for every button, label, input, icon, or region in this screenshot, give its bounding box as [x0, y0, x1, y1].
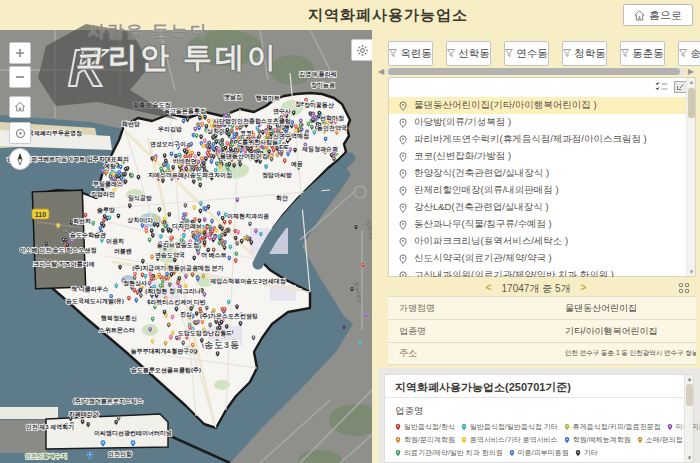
page-title: 지역화폐사용가능업소 [38, 0, 700, 30]
list-item[interactable]: 코코(신변잡화/가방점 ) [389, 148, 688, 165]
location-button[interactable] [9, 122, 31, 144]
svg-text:상차이: 상차이 [206, 128, 225, 135]
list-item[interactable]: 고신내과의원(의료기관/제약/일반 치과 한의원 ) [389, 267, 688, 277]
district-tab-6[interactable]: 송도동 [678, 41, 700, 66]
list-item[interactable]: 동산과나무(직물/침구류/수예점 ) [389, 216, 688, 233]
svg-text:장미꽃동산: 장미꽃동산 [304, 102, 334, 109]
tabs-scrollbar[interactable]: ◀ ▶ [378, 67, 694, 76]
svg-text:화안: 화안 [276, 195, 288, 202]
legend-item: 일반음식점/일반음식점 기타 [461, 422, 558, 432]
svg-text:올리브영송도점: 올리브영송도점 [157, 242, 199, 249]
list-toolbar [655, 81, 687, 93]
svg-text:연성오리구이: 연성오리구이 [150, 141, 186, 148]
svg-text:정담아씨방: 정담아씨방 [262, 172, 292, 179]
district-tab-3[interactable]: 연수동 [504, 41, 549, 66]
svg-text:코코: 코코 [240, 130, 252, 136]
legend-item: 미용/피부미용원 [509, 448, 569, 458]
district-tab-1[interactable]: 옥련동 [388, 41, 433, 66]
list-item[interactable]: 물댄동산어린이집(기타/아이행복어린이집 ) [389, 97, 688, 114]
map[interactable]: 비류대로청능대로110옛날집행복마트함흥관 송도점장터김영애 플라워장미농원장미… [0, 30, 372, 463]
legend-item: 학원/문리계학원 [395, 435, 455, 445]
zoom-in-button[interactable] [9, 42, 31, 64]
legend-item: 소매/편의점 [637, 435, 683, 445]
svg-text:(주)디엠더블유로지스틱스: (주)디엠더블유로지스틱스 [73, 398, 143, 405]
sort-list-icon[interactable] [655, 81, 668, 93]
svg-text:인천 제3 제역화기: 인천 제3 제역화기 [26, 424, 75, 431]
svg-text:장미농원: 장미농원 [311, 82, 335, 89]
scroll-left-arrow[interactable]: ◀ [378, 67, 384, 76]
legend-subtitle: 업종명 [385, 398, 693, 422]
district-tab-2[interactable]: 선학동 [446, 41, 491, 66]
svg-text:110: 110 [35, 211, 46, 218]
map-canvas: 비류대로청능대로110옛날집행복마트함흥관 송도점장터김영애 플라워장미농원장미… [0, 30, 372, 463]
detail-table: 가맹점명물댄동산어린이집업종명기타/아이행복어린이집주소인천 연수구 동춘 1 … [388, 296, 696, 365]
svg-text:제일청과슈퍼: 제일청과슈퍼 [301, 146, 338, 153]
results-list: 물댄동산어린이집(기타/아이행복어린이집 )아당방(의류/기성복점 )파리바게뜨… [388, 77, 696, 277]
compass-button[interactable] [9, 148, 31, 170]
legend-item: 학원/예체능계학원 [564, 435, 631, 445]
map-settings-button[interactable] [351, 39, 372, 61]
svg-text:채선당: 채선당 [121, 121, 140, 128]
legend-title: 지역화폐사용가능업소(250701기준) [385, 375, 693, 398]
scroll-right-arrow[interactable]: ▶ [688, 67, 694, 76]
svg-text:동인천약국: 동인천약국 [317, 125, 347, 132]
svg-text:옛날집: 옛날집 [224, 94, 242, 101]
svg-text:(주)가온스포츠컨설팅: (주)가온스포츠컨설팅 [200, 313, 258, 320]
map-home-button[interactable] [9, 96, 31, 118]
list-item[interactable]: 한양장식(건축관련업/실내장식 ) [389, 165, 688, 182]
svg-text:더 베스트: 더 베스트 [201, 252, 227, 259]
list-item[interactable]: 강산L&D(건축관련업/실내장식 ) [389, 199, 688, 216]
svg-text:디자인레브: 디자인레브 [172, 223, 202, 230]
svg-text:솔루땅: 솔루땅 [97, 207, 115, 214]
app: 지역화폐사용가능업소 홈으로 비류대로청능대로110옛날집행복마트함흥관 송도점… [0, 0, 700, 463]
list-item[interactable]: 아이파크크리닝(용역서비스/세탁소 ) [389, 233, 688, 250]
svg-text:행복마트: 행복마트 [256, 95, 280, 102]
svg-text:우리김밥: 우리김밥 [158, 126, 182, 133]
svg-text:예랑: 예랑 [104, 163, 116, 170]
svg-text:이재현치과의원: 이재현치과의원 [227, 213, 269, 220]
svg-text:(최)정현 참 에그리나: (최)정현 참 에그리나 [145, 288, 200, 295]
list-scrollbar[interactable]: ▲ ▼ [686, 78, 695, 276]
legend-scrollbar[interactable]: ▲ ▼ [684, 375, 693, 462]
svg-text:직업라인: 직업라인 [91, 191, 115, 198]
svg-text:이씨엠디선광컨테이너터미널: 이씨엠디선광컨테이너터미널 [94, 430, 172, 437]
legend-item: 휴게음식점/커피/음료전문점 [564, 422, 661, 432]
list-item[interactable]: 란제리할인매장(의류/내의판매점 ) [389, 182, 688, 199]
grid-view-icon[interactable] [678, 282, 690, 294]
svg-text:송도3동: 송도3동 [204, 340, 240, 350]
next-page-button[interactable]: > [580, 282, 586, 296]
svg-text:전국제페리부두운영점: 전국제페리부두운영점 [22, 130, 82, 137]
svg-text:최선희: 최선희 [73, 218, 91, 225]
svg-text:러블랜: 러블랜 [114, 248, 132, 255]
legend-item: 용역서비스/기타 용역서비스 [461, 435, 558, 445]
svg-text:상차이(1): 상차이(1) [126, 217, 152, 224]
legend-item: 의료기관/제약/일반 치과 한의원 [395, 448, 503, 458]
home-button[interactable]: 홈으로 [623, 4, 693, 26]
district-tab-5[interactable]: 동춘동 [620, 41, 665, 66]
svg-text:카페테리아: 카페테리아 [69, 411, 99, 418]
svg-text:송도국제도시개발(유): 송도국제도시개발(유) [66, 298, 124, 305]
home-icon [634, 10, 645, 21]
legend-item: 일반음식점/한식 [395, 422, 455, 432]
district-tab-4[interactable]: 청학동 [562, 41, 607, 66]
svg-text:스위트몬스터: 스위트몬스터 [99, 327, 135, 334]
svg-text:라뷰티스킨케어 디빈: 라뷰티스킨케어 디빈 [150, 299, 206, 306]
district-tabs: 옥련동선학동연수동청학동동춘동송도동 [388, 41, 700, 66]
svg-text:정현상사: 정현상사 [123, 280, 147, 287]
svg-text:선학마정: 선학마정 [320, 115, 344, 122]
list-item[interactable]: 파리바게뜨연수럭키(휴게음식점/제과점/아이스크림점 ) [389, 131, 688, 148]
list-item[interactable]: 신도시약국(의료기관/제약/약국 ) [389, 250, 688, 267]
svg-text:김영애 플라워: 김영애 플라워 [299, 71, 337, 78]
prev-page-button[interactable]: < [486, 282, 492, 296]
svg-text:인천신항: 인천신항 [108, 451, 132, 458]
svg-text:신연수역매점: 신연수역매점 [273, 133, 309, 140]
business-list: 물댄동산어린이집(기타/아이행복어린이집 )아당방(의류/기성복점 )파리바게뜨… [389, 97, 688, 277]
svg-text:물댄동산어린이집: 물댄동산어린이집 [220, 153, 268, 160]
list-item[interactable]: 아당방(의류/기성복점 ) [389, 114, 688, 131]
svg-text:PC를위한사람들: PC를위한사람들 [234, 139, 278, 146]
svg-text:EIE: EIE [279, 144, 289, 150]
svg-text:바비런던: 바비런던 [173, 158, 197, 165]
zoom-out-button[interactable] [9, 66, 31, 88]
svg-text:잭 니클라우스: 잭 니클라우스 [70, 286, 109, 293]
detail-row: 가맹점명물댄동산어린이집 [388, 296, 696, 319]
